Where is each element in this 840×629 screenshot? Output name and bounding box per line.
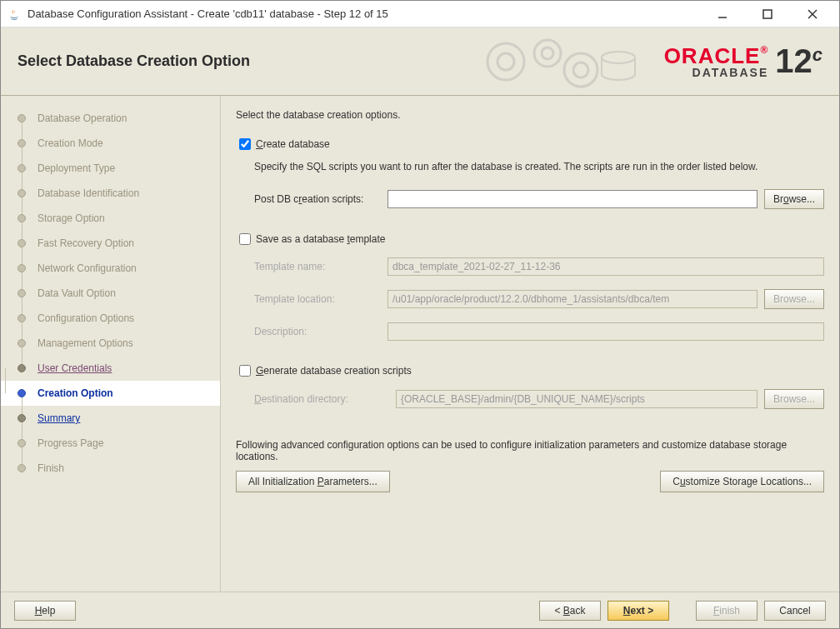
post-scripts-input[interactable]: [388, 190, 758, 208]
step-deployment-type: Deployment Type: [18, 156, 220, 181]
destination-directory-label: Destination directory:: [254, 393, 396, 405]
cancel-button[interactable]: Cancel: [764, 601, 826, 621]
header: Select Database Creation Option ORACLE® …: [1, 27, 839, 96]
maximize-button[interactable]: [752, 4, 782, 24]
template-description-input: [388, 322, 824, 341]
brand-version: 12c: [775, 42, 822, 80]
step-creation-option[interactable]: Creation Option: [1, 381, 220, 406]
generate-scripts-label[interactable]: Generate database creation scripts: [256, 365, 412, 377]
window: Database Configuration Assistant - Creat…: [0, 0, 840, 629]
next-button[interactable]: Next >: [608, 601, 669, 621]
svg-point-5: [498, 53, 514, 70]
brand-database-text: DATABASE: [692, 67, 769, 78]
instruction-text: Select the database creation options.: [236, 109, 824, 121]
destination-browse-button: Browse...: [764, 389, 824, 409]
footer: Help < Back Next > Finish Cancel: [1, 592, 839, 628]
titlebar: Database Configuration Assistant - Creat…: [1, 1, 839, 27]
step-creation-mode: Creation Mode: [18, 131, 220, 156]
page-title: Select Database Creation Option: [18, 52, 250, 70]
step-storage-option: Storage Option: [18, 206, 220, 231]
destination-directory-input: [396, 390, 758, 408]
help-button[interactable]: Help: [14, 601, 76, 621]
template-description-label: Description:: [254, 326, 388, 337]
window-title: Database Configuration Assistant - Creat…: [28, 7, 708, 20]
svg-point-10: [602, 52, 635, 63]
window-controls: [708, 4, 828, 24]
create-database-checkbox[interactable]: [239, 138, 251, 150]
template-name-input: [388, 257, 824, 276]
save-template-checkbox[interactable]: [239, 233, 251, 245]
template-name-label: Template name:: [254, 261, 388, 272]
step-database-identification: Database Identification: [18, 181, 220, 206]
svg-point-9: [573, 62, 588, 77]
back-button[interactable]: < Back: [539, 601, 601, 621]
advanced-note: Following advanced configuration options…: [236, 439, 824, 462]
step-finish: Finish: [18, 456, 220, 481]
template-browse-button: Browse...: [764, 289, 824, 309]
svg-point-8: [564, 53, 598, 87]
step-data-vault-option: Data Vault Option: [18, 281, 220, 306]
svg-point-4: [488, 43, 524, 80]
step-progress-page: Progress Page: [18, 431, 220, 456]
body: Database Operation Creation Mode Deploym…: [1, 96, 839, 592]
customize-storage-button[interactable]: Customize Storage Locations...: [660, 471, 824, 492]
step-configuration-options: Configuration Options: [18, 306, 220, 331]
template-location-label: Template location:: [254, 293, 388, 305]
minimize-button[interactable]: [708, 4, 738, 24]
svg-point-6: [534, 40, 561, 67]
step-network-configuration: Network Configuration: [18, 256, 220, 281]
step-management-options: Management Options: [18, 331, 220, 356]
step-summary[interactable]: Summary: [18, 406, 220, 431]
post-scripts-label: Post DB creation scripts:: [254, 193, 388, 205]
create-database-subtext: Specify the SQL scripts you want to run …: [254, 161, 824, 172]
post-scripts-browse-button[interactable]: Browse...: [764, 189, 824, 209]
main-panel: Select the database creation options. Cr…: [221, 96, 839, 592]
step-fast-recovery-option: Fast Recovery Option: [18, 231, 220, 256]
svg-point-7: [542, 47, 553, 59]
create-database-label[interactable]: Create database: [256, 138, 330, 150]
save-template-label[interactable]: Save as a database template: [256, 233, 385, 245]
step-database-operation: Database Operation: [18, 106, 220, 131]
generate-scripts-checkbox[interactable]: [239, 365, 251, 377]
step-user-credentials[interactable]: User Credentials: [18, 356, 220, 381]
brand: ORACLE® DATABASE 12c: [664, 42, 822, 80]
finish-button: Finish: [696, 601, 758, 621]
java-icon: [8, 7, 21, 21]
close-button[interactable]: [798, 4, 828, 24]
template-location-input: [388, 290, 758, 308]
brand-oracle-text: ORACLE®: [664, 45, 769, 67]
gears-decoration: [472, 27, 639, 95]
all-init-params-button[interactable]: All Initialization Parameters...: [236, 471, 390, 492]
svg-rect-1: [763, 10, 772, 18]
sidebar: Database Operation Creation Mode Deploym…: [1, 96, 221, 592]
